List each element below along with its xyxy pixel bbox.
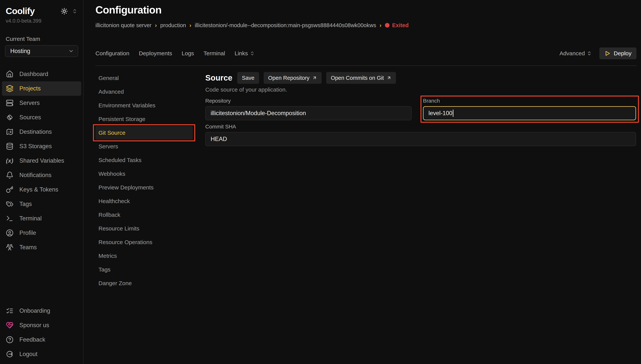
- deploy-button[interactable]: Deploy: [599, 48, 636, 59]
- subnav-item-rollback[interactable]: Rollback: [96, 208, 193, 222]
- sidebar-item-label: Logout: [20, 351, 38, 358]
- save-label: Save: [242, 75, 254, 81]
- tab-deployments[interactable]: Deployments: [139, 50, 172, 56]
- map-icon: [6, 128, 14, 136]
- play-icon: [604, 50, 611, 56]
- sidebar-item-label: Terminal: [20, 215, 42, 222]
- subnav-item-tags[interactable]: Tags: [96, 263, 193, 276]
- deploy-label: Deploy: [614, 50, 631, 56]
- subnav-item-advanced[interactable]: Advanced: [96, 85, 193, 98]
- sidebar-item-dashboard[interactable]: Dashboard: [2, 67, 81, 81]
- chevrons-up-down-icon[interactable]: [72, 8, 77, 14]
- brand-row: Coolify: [0, 0, 83, 16]
- breadcrumb-project[interactable]: illicitonion quote server: [96, 22, 152, 28]
- save-button[interactable]: Save: [237, 72, 259, 84]
- sidebar-item-profile[interactable]: Profile: [2, 226, 81, 240]
- status-badge: Exited: [392, 22, 409, 28]
- open-repository-button[interactable]: Open Repository: [264, 72, 322, 84]
- breadcrumb-chevron-icon: ›: [380, 22, 381, 28]
- commit-sha-input[interactable]: [205, 132, 636, 146]
- sidebar-item-teams[interactable]: Teams: [2, 240, 81, 254]
- sidebar-item-label: Dashboard: [20, 71, 48, 78]
- sidebar-item-terminal[interactable]: Terminal: [2, 211, 81, 226]
- sidebar-item-label: Notifications: [20, 172, 52, 178]
- subnav-item-persistent-storage[interactable]: Persistent Storage: [96, 112, 193, 126]
- sidebar-item-projects[interactable]: Projects: [2, 81, 81, 96]
- theme-toggle-sun-icon[interactable]: [61, 8, 68, 15]
- source-heading-row: Source Save Open Repository Open Commits…: [205, 72, 636, 84]
- advanced-dropdown[interactable]: Advanced: [559, 50, 591, 56]
- subnav-item-resource-operations[interactable]: Resource Operations: [96, 236, 193, 249]
- breadcrumb-environment[interactable]: production: [160, 22, 186, 28]
- breadcrumb-resource[interactable]: illicitestonion/-module--decomposition:m…: [195, 22, 376, 28]
- tabs-right: Advanced Deploy: [559, 48, 636, 59]
- subnav-item-resource-limits[interactable]: Resource Limits: [96, 222, 193, 236]
- users-icon: [6, 244, 14, 251]
- repository-label: Repository: [205, 98, 412, 104]
- chevron-down-icon: [68, 48, 74, 54]
- subnav-item-servers[interactable]: Servers: [96, 140, 193, 153]
- sidebar-item-destinations[interactable]: Destinations: [2, 125, 81, 139]
- git-source-panel: Source Save Open Repository Open Commits…: [205, 71, 636, 364]
- subnav-item-metrics[interactable]: Metrics: [96, 249, 193, 263]
- subnav-item-preview-deployments[interactable]: Preview Deployments: [96, 181, 193, 194]
- user-circle-icon: [6, 229, 14, 237]
- sidebar-item-tags[interactable]: Tags: [2, 197, 81, 211]
- open-repository-label: Open Repository: [268, 75, 310, 81]
- sidebar-item-keys-tokens[interactable]: Keys & Tokens: [2, 182, 81, 197]
- repository-input[interactable]: [205, 106, 412, 120]
- advanced-label: Advanced: [559, 50, 585, 56]
- git-source-icon: [6, 114, 14, 121]
- team-select[interactable]: Hosting: [5, 45, 78, 57]
- database-icon: [6, 142, 14, 150]
- subnav-item-scheduled-tasks[interactable]: Scheduled Tasks: [96, 153, 193, 167]
- sidebar-item-sources[interactable]: Sources: [2, 110, 81, 125]
- tags-icon: [6, 200, 14, 208]
- sidebar-item-logout[interactable]: Logout: [2, 347, 81, 361]
- source-fields: Repository Branch level-100 Commit SHA: [205, 98, 636, 150]
- sidebar-item-label: Destinations: [20, 128, 52, 135]
- key-icon: [6, 186, 14, 194]
- tab-configuration[interactable]: Configuration: [96, 50, 129, 56]
- branch-input[interactable]: level-100: [423, 106, 636, 120]
- subnav-item-general[interactable]: General: [96, 71, 193, 85]
- current-team-label: Current Team: [0, 24, 83, 42]
- sidebar-footer-nav: Onboarding Sponsor us Feedback Logout: [2, 304, 81, 361]
- heart-handshake-icon: [6, 322, 14, 329]
- subnav-item-danger-zone[interactable]: Danger Zone: [96, 276, 193, 290]
- sidebar-item-sponsor-us[interactable]: Sponsor us: [2, 318, 81, 332]
- app-logo: Coolify: [6, 6, 35, 16]
- tab-links[interactable]: Links: [235, 50, 255, 56]
- subnav-item-git-source[interactable]: Git Source: [96, 126, 193, 140]
- sidebar-item-servers[interactable]: Servers: [2, 96, 81, 110]
- subnav-item-webhooks[interactable]: Webhooks: [96, 167, 193, 181]
- open-commits-label: Open Commits on Git: [331, 75, 384, 81]
- tabs-row: Configuration Deployments Logs Terminal …: [96, 47, 636, 60]
- breadcrumb-chevron-icon: ›: [155, 22, 157, 28]
- sidebar-item-label: Keys & Tokens: [20, 186, 58, 193]
- tab-logs[interactable]: Logs: [182, 50, 194, 56]
- subnav-item-environment-variables[interactable]: Environment Variables: [96, 98, 193, 112]
- sidebar-item-label: Shared Variables: [20, 157, 64, 164]
- help-circle-icon: [6, 336, 14, 344]
- sidebar-item-notifications[interactable]: Notifications: [2, 168, 81, 182]
- sidebar-item-label: Sponsor us: [20, 322, 49, 329]
- sidebar-item-shared-variables[interactable]: (x) Shared Variables: [2, 154, 81, 168]
- open-commits-button[interactable]: Open Commits on Git: [326, 72, 396, 84]
- source-description: Code source of your application.: [205, 86, 636, 93]
- tab-terminal[interactable]: Terminal: [204, 50, 225, 56]
- sidebar-item-feedback[interactable]: Feedback: [2, 332, 81, 347]
- sidebar-item-label: Onboarding: [20, 308, 50, 314]
- sidebar-item-onboarding[interactable]: Onboarding: [2, 304, 81, 318]
- server-icon: [6, 99, 14, 107]
- layers-icon: [6, 85, 14, 92]
- sidebar-item-s3-storages[interactable]: S3 Storages: [2, 139, 81, 154]
- sidebar-item-label: Profile: [20, 230, 36, 236]
- subnav-item-healthcheck[interactable]: Healthcheck: [96, 194, 193, 208]
- sidebar: Coolify v4.0.0-beta.399 Current Team Hos…: [0, 0, 84, 364]
- sidebar-item-label: S3 Storages: [20, 143, 52, 150]
- content: General Advanced Environment Variables P…: [96, 66, 636, 364]
- chevrons-up-down-icon: [250, 51, 255, 56]
- home-icon: [6, 70, 14, 78]
- tabs: Configuration Deployments Logs Terminal …: [96, 50, 255, 56]
